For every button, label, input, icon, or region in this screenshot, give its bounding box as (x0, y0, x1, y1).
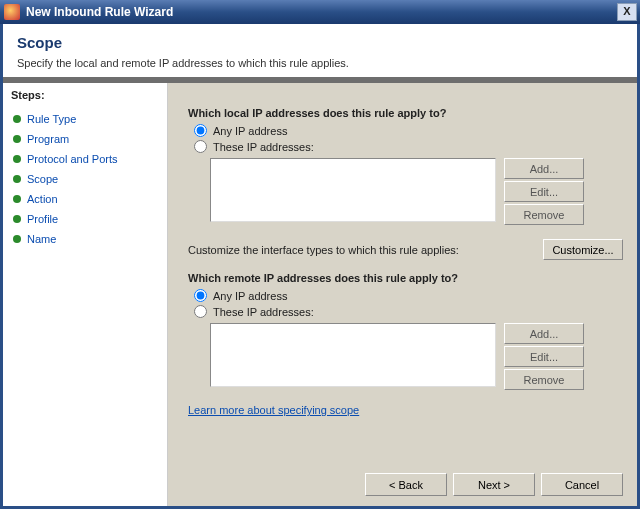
remote-remove-button[interactable]: Remove (504, 369, 584, 390)
app-icon (4, 4, 20, 20)
remote-these-label: These IP addresses: (213, 306, 314, 318)
remote-edit-button[interactable]: Edit... (504, 346, 584, 367)
step-name[interactable]: Name (11, 229, 159, 249)
step-label: Protocol and Ports (27, 153, 118, 165)
remote-any-label: Any IP address (213, 290, 287, 302)
remote-button-column: Add... Edit... Remove (504, 323, 584, 390)
bullet-icon (13, 135, 21, 143)
step-scope[interactable]: Scope (11, 169, 159, 189)
page-heading: Scope (17, 34, 623, 51)
step-label: Rule Type (27, 113, 76, 125)
cancel-button[interactable]: Cancel (541, 473, 623, 496)
steps-title: Steps: (11, 89, 159, 101)
page-description: Specify the local and remote IP addresse… (17, 57, 623, 69)
window-title: New Inbound Rule Wizard (26, 5, 617, 19)
local-ip-listbox[interactable] (210, 158, 496, 222)
local-these-radio[interactable] (194, 140, 207, 153)
bullet-icon (13, 155, 21, 163)
customize-button[interactable]: Customize... (543, 239, 623, 260)
step-rule-type[interactable]: Rule Type (11, 109, 159, 129)
header-area: Scope Specify the local and remote IP ad… (3, 24, 637, 77)
step-label: Name (27, 233, 56, 245)
step-program[interactable]: Program (11, 129, 159, 149)
remote-add-button[interactable]: Add... (504, 323, 584, 344)
wizard-footer: < Back Next > Cancel (188, 459, 623, 496)
step-profile[interactable]: Profile (11, 209, 159, 229)
step-action[interactable]: Action (11, 189, 159, 209)
remote-question: Which remote IP addresses does this rule… (188, 272, 623, 284)
content-row: Steps: Rule Type Program Protocol and Po… (3, 83, 637, 506)
local-these-radio-row[interactable]: These IP addresses: (188, 140, 623, 156)
back-button[interactable]: < Back (365, 473, 447, 496)
remote-these-radio[interactable] (194, 305, 207, 318)
step-label: Profile (27, 213, 58, 225)
close-button[interactable]: X (617, 3, 637, 21)
local-any-radio-row[interactable]: Any IP address (188, 124, 623, 140)
local-question: Which local IP addresses does this rule … (188, 107, 623, 119)
local-any-radio[interactable] (194, 124, 207, 137)
bullet-icon (13, 115, 21, 123)
remote-any-radio-row[interactable]: Any IP address (188, 289, 623, 305)
window-body: Scope Specify the local and remote IP ad… (0, 24, 640, 509)
step-protocol-ports[interactable]: Protocol and Ports (11, 149, 159, 169)
bullet-icon (13, 215, 21, 223)
local-remove-button[interactable]: Remove (504, 204, 584, 225)
learn-more-link[interactable]: Learn more about specifying scope (188, 404, 623, 416)
local-edit-button[interactable]: Edit... (504, 181, 584, 202)
customize-text: Customize the interface types to which t… (188, 244, 533, 256)
remote-ip-listbox[interactable] (210, 323, 496, 387)
bullet-icon (13, 235, 21, 243)
titlebar: New Inbound Rule Wizard X (0, 0, 640, 24)
bullet-icon (13, 175, 21, 183)
local-these-label: These IP addresses: (213, 141, 314, 153)
steps-panel: Steps: Rule Type Program Protocol and Po… (3, 83, 168, 506)
local-add-button[interactable]: Add... (504, 158, 584, 179)
bullet-icon (13, 195, 21, 203)
step-label: Program (27, 133, 69, 145)
local-any-label: Any IP address (213, 125, 287, 137)
remote-any-radio[interactable] (194, 289, 207, 302)
local-button-column: Add... Edit... Remove (504, 158, 584, 225)
step-label: Action (27, 193, 58, 205)
next-button[interactable]: Next > (453, 473, 535, 496)
remote-list-row: Add... Edit... Remove (210, 323, 623, 390)
remote-these-radio-row[interactable]: These IP addresses: (188, 305, 623, 321)
customize-row: Customize the interface types to which t… (188, 239, 623, 260)
step-label: Scope (27, 173, 58, 185)
main-panel: Which local IP addresses does this rule … (168, 83, 637, 506)
local-list-row: Add... Edit... Remove (210, 158, 623, 225)
